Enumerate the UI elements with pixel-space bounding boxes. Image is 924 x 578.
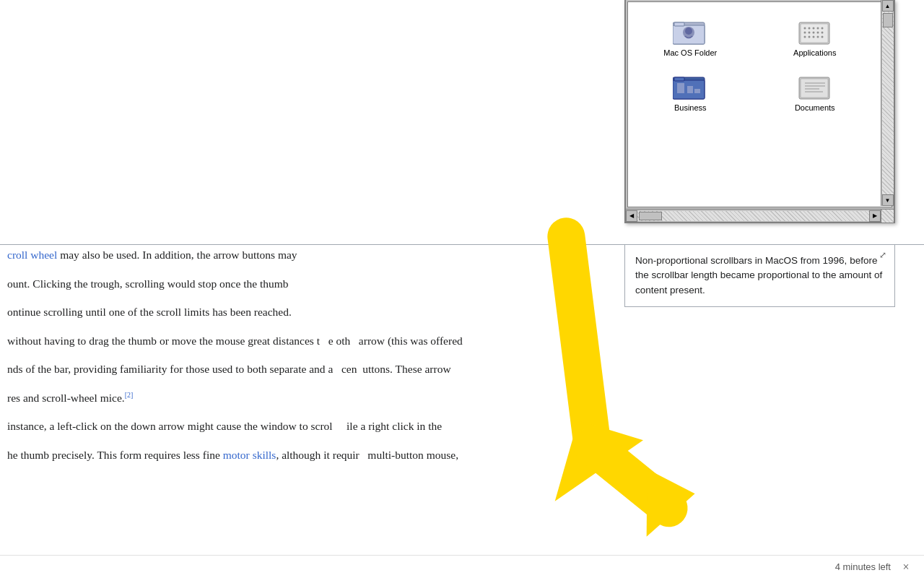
svg-point-13	[808, 32, 810, 34]
scroll-corner	[881, 210, 894, 223]
icon-item-documents[interactable]: Documents	[753, 64, 878, 119]
p8-text-cont: , although it requir multi-button mouse,	[276, 449, 458, 461]
svg-rect-24	[674, 77, 684, 81]
icon-item-business[interactable]: Business	[628, 64, 753, 119]
svg-point-12	[803, 32, 806, 34]
macos-scrollbar-window: Mac OS Folder	[624, 0, 895, 223]
p6-text: res and scroll-wheel mice.	[7, 392, 125, 404]
svg-point-8	[808, 27, 810, 30]
close-button[interactable]: ×	[899, 561, 912, 574]
svg-point-9	[812, 27, 814, 30]
icon-item-macosfolder[interactable]: Mac OS Folder	[628, 9, 753, 64]
documents-icon	[798, 72, 832, 100]
paragraph-8: he thumb precisely. This form requires l…	[7, 446, 917, 465]
svg-rect-29	[801, 79, 828, 98]
vertical-scrollbar[interactable]: ▲ ▼	[881, 0, 894, 206]
scroll-left-arrow[interactable]: ◀	[626, 210, 637, 222]
icon-grid: Mac OS Folder	[628, 2, 877, 126]
p1-text: may also be used. In addition, the arrow…	[60, 249, 297, 261]
svg-point-7	[803, 27, 806, 30]
paragraph-1: croll wheel may also be used. In additio…	[7, 246, 917, 264]
paragraph-2: ount. Clicking the trough, scrolling wou…	[7, 275, 917, 293]
scroll-up-arrow[interactable]: ▲	[882, 0, 894, 12]
svg-rect-2	[674, 22, 684, 26]
scroll-thumb-horizontal[interactable]	[639, 212, 662, 220]
business-label: Business	[674, 103, 707, 112]
paragraph-4: without having to drag the thumb or move…	[7, 332, 917, 350]
svg-point-17	[803, 36, 806, 38]
mac-os-folder-label: Mac OS Folder	[663, 48, 717, 57]
svg-rect-25	[677, 83, 684, 93]
scroll-down-arrow[interactable]: ▼	[882, 194, 894, 206]
p8-text: he thumb precisely. This form requires l…	[7, 449, 223, 461]
motor-skills-link[interactable]: motor skills	[223, 449, 276, 461]
scroll-wheel-link[interactable]: croll wheel	[7, 249, 57, 261]
content-divider	[0, 244, 924, 245]
svg-point-16	[821, 32, 823, 34]
svg-point-4	[685, 27, 692, 35]
svg-point-19	[812, 36, 814, 38]
applications-label: Applications	[793, 48, 836, 57]
p3-text: ontinue scrolling until one of the scrol…	[7, 306, 292, 318]
svg-point-18	[808, 36, 810, 38]
bottom-bar: 4 minutes left ×	[0, 555, 924, 578]
footnote-2: [2]	[125, 391, 134, 399]
business-icon	[673, 72, 707, 100]
p2-text: ount. Clicking the trough, scrolling wou…	[7, 277, 289, 290]
svg-point-15	[816, 32, 819, 34]
scroll-track-vertical[interactable]	[882, 12, 894, 194]
p4-text: without having to drag the thumb or move…	[7, 335, 463, 347]
article-content: croll wheel may also be used. In additio…	[0, 246, 924, 475]
svg-point-14	[812, 32, 814, 34]
applications-icon	[798, 17, 832, 46]
icon-item-applications[interactable]: Applications	[753, 9, 878, 64]
svg-rect-26	[687, 86, 693, 93]
paragraph-6: res and scroll-wheel mice.[2]	[7, 389, 917, 407]
svg-point-21	[821, 36, 823, 38]
scroll-right-arrow[interactable]: ▶	[869, 210, 881, 222]
mac-os-folder-icon	[673, 17, 707, 46]
p7-text: instance, a left-click on the down arrow…	[7, 420, 442, 432]
horizontal-scrollbar[interactable]: ◀ ▶	[626, 209, 894, 222]
svg-point-10	[816, 27, 819, 30]
paragraph-7: instance, a left-click on the down arrow…	[7, 417, 917, 436]
time-left-label: 4 minutes left	[835, 561, 891, 572]
scroll-thumb-vertical[interactable]	[883, 13, 893, 27]
svg-rect-27	[694, 89, 700, 93]
svg-point-11	[821, 27, 823, 30]
documents-label: Documents	[795, 103, 835, 112]
scroll-track-horizontal[interactable]	[637, 211, 869, 221]
paragraph-3: ontinue scrolling until one of the scrol…	[7, 303, 917, 322]
svg-point-20	[816, 36, 819, 38]
paragraph-5: nds of the bar, providing familiarity fo…	[7, 360, 917, 379]
p5-text: nds of the bar, providing familiarity fo…	[7, 363, 451, 375]
